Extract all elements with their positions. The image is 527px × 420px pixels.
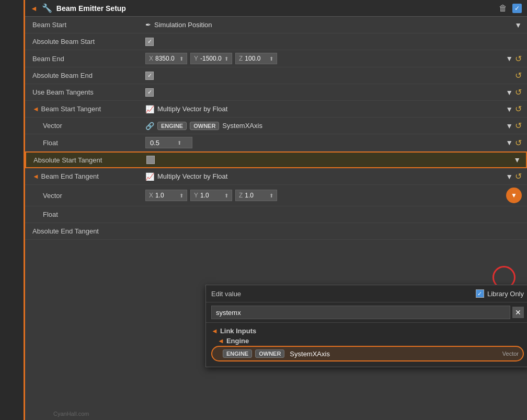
absolute-start-tangent-square [146, 156, 155, 164]
watermark: CyanHall.com [53, 411, 89, 417]
link-inputs-section: ◄ Link Inputs ◄ Engine ENGINE OWNER Syst… [211, 326, 524, 361]
popup-title: Edit value [211, 290, 471, 298]
beam-end-float-row: Float [25, 206, 527, 223]
left-bar [0, 0, 25, 420]
beam-start-tangent-vector-row: Vector 🔗 ENGINE OWNER SystemXAxis ▼ ↺ [25, 118, 527, 134]
dropdown-popup: Edit value ✓ Library Only ✕ ◄ Link Input… [205, 285, 527, 367]
beam-end-reset-icon[interactable]: ↺ [515, 54, 522, 64]
search-input[interactable] [211, 306, 510, 319]
multiply-vector-icon: 📈 [145, 105, 154, 113]
beam-start-value: Simulation Position [154, 21, 212, 29]
clear-button[interactable]: ✕ [512, 307, 524, 318]
beam-end-y-field[interactable]: Y -1500.0 ⬆ [190, 53, 232, 64]
engine-tag: ENGINE [157, 122, 187, 130]
beam-start-tangent-float-label: Float [30, 139, 145, 147]
beam-end-tangent-dropdown-icon[interactable]: ▼ [506, 172, 513, 181]
absolute-beam-start-row: Absolute Beam Start ✓ [25, 33, 527, 50]
library-only-checkbox[interactable]: ✓ [476, 289, 484, 298]
beam-end-x-field[interactable]: X 8350.0 ⬆ [145, 53, 187, 64]
beam-start-tangent-vector-content: 🔗 ENGINE OWNER SystemXAxis [145, 122, 502, 130]
absolute-beam-end-checkbox[interactable]: ✓ [145, 72, 154, 80]
header-icons: 🗑 ✓ [499, 4, 522, 13]
vector-dropdown-highlighted-btn[interactable]: ▼ [506, 188, 522, 203]
beam-end-float-label: Float [30, 211, 145, 218]
delete-icon[interactable]: 🗑 [499, 4, 507, 13]
engine-section-title: ◄ Engine [211, 336, 524, 346]
link-inputs-title: ◄ Link Inputs [211, 326, 524, 336]
beam-start-tangent-label: ◄ Beam Start Tangent [30, 105, 145, 113]
absolute-beam-end-label: Absolute Beam End [30, 72, 145, 79]
beam-start-wrench-icon: ✒ [145, 21, 151, 29]
float-reset-icon[interactable]: ↺ [515, 138, 522, 148]
beam-start-tangent-dropdown-icon[interactable]: ▼ [506, 105, 513, 113]
use-beam-tangents-dropdown-icon[interactable]: ▼ [506, 88, 513, 97]
absolute-end-tangent-row: Absolute End Tangent [25, 223, 527, 240]
absolute-start-tangent-dropdown-icon[interactable]: ▼ [513, 156, 521, 164]
beam-end-vector-x-field[interactable]: X 1.0 ⬆ [145, 190, 187, 201]
absolute-beam-start-label: Absolute Beam Start [30, 38, 145, 45]
beam-end-tangent-label: ◄ Beam End Tangent [30, 172, 145, 180]
result-value: SystemXAxis [290, 350, 330, 358]
absolute-beam-end-reset-icon[interactable]: ↺ [515, 71, 522, 80]
library-only-section: ✓ Library Only [476, 289, 524, 298]
vector-reset-icon[interactable]: ↺ [515, 121, 522, 131]
absolute-start-tangent-row: Absolute Start Tangent ▼ [25, 151, 527, 168]
beam-start-tangent-content: 📈 Multiply Vector by Float [145, 105, 502, 113]
absolute-start-tangent-label: Absolute Start Tangent [31, 156, 146, 164]
beam-end-z-field[interactable]: Z 100.0 ⬆ [235, 53, 277, 64]
beam-end-tangent-row: ◄ Beam End Tangent 📈 Multiply Vector by … [25, 168, 527, 185]
system-x-axis-value: SystemXAxis [222, 122, 262, 130]
beam-start-tangent-value: Multiply Vector by Float [157, 105, 227, 113]
absolute-end-tangent-label: Absolute End Tangent [30, 227, 145, 235]
popup-header: Edit value ✓ Library Only [206, 285, 527, 302]
beam-end-tangent-vector-row: Vector X 1.0 ⬆ Y 1.0 ⬆ Z 1.0 ⬆ [25, 185, 527, 206]
result-owner-tag: OWNER [255, 349, 284, 358]
link-icon: 🔗 [145, 122, 154, 130]
beam-end-label: Beam End [30, 55, 145, 63]
beam-end-tangent-vector-label: Vector [30, 192, 145, 200]
beam-start-dropdown-icon[interactable]: ▼ [514, 21, 522, 29]
owner-tag: OWNER [190, 122, 219, 130]
result-engine-tag: ENGINE [223, 349, 252, 358]
beam-end-tangent-reset-icon[interactable]: ↺ [515, 171, 522, 181]
beam-end-tangent-content: 📈 Multiply Vector by Float [145, 172, 502, 181]
use-beam-tangents-checkbox[interactable]: ✓ [145, 88, 154, 97]
system-x-axis-result-row[interactable]: ENGINE OWNER SystemXAxis Vector [211, 346, 524, 361]
beam-start-tangent-row: ◄ Beam Start Tangent 📈 Multiply Vector b… [25, 101, 527, 118]
beam-end-dropdown-icon[interactable]: ▼ [506, 54, 513, 63]
vector-dropdown-icon[interactable]: ▼ [506, 122, 513, 130]
absolute-beam-start-checkbox[interactable]: ✓ [145, 38, 154, 46]
absolute-start-tangent-content [146, 156, 510, 164]
float-dropdown-icon[interactable]: ▼ [506, 138, 513, 147]
section-icon: 🔧 [42, 3, 52, 13]
section-title: Beam Emitter Setup [56, 4, 495, 13]
use-beam-tangents-label: Use Beam Tangents [30, 88, 145, 96]
beam-end-vector-y-field[interactable]: Y 1.0 ⬆ [190, 190, 232, 201]
beam-start-label: Beam Start [30, 21, 145, 29]
main-container: ◄ 🔧 Beam Emitter Setup 🗑 ✓ Beam Start ✒ … [0, 0, 527, 420]
beam-end-tangent-vector-content: X 1.0 ⬆ Y 1.0 ⬆ Z 1.0 ⬆ [145, 190, 503, 201]
content-area: ◄ 🔧 Beam Emitter Setup 🗑 ✓ Beam Start ✒ … [25, 0, 527, 420]
section-header: ◄ 🔧 Beam Emitter Setup 🗑 ✓ [25, 0, 527, 17]
absolute-beam-end-row: Absolute Beam End ✓ ↺ [25, 67, 527, 84]
beam-end-content: X 8350.0 ⬆ Y -1500.0 ⬆ Z 100.0 ⬆ [145, 53, 502, 64]
absolute-beam-end-content: ✓ [145, 72, 513, 80]
beam-start-tangent-reset-icon[interactable]: ↺ [515, 104, 522, 114]
collapse-arrow-icon[interactable]: ◄ [30, 4, 38, 13]
use-beam-tangents-row: Use Beam Tangents ✓ ▼ ↺ [25, 84, 527, 101]
result-type-label: Vector [502, 351, 519, 357]
float-field[interactable]: 0.5 ⬆ [145, 137, 192, 148]
beam-end-tangent-value: Multiply Vector by Float [157, 172, 227, 180]
popup-list: ◄ Link Inputs ◄ Engine ENGINE OWNER Syst… [206, 323, 527, 367]
beam-start-content: ✒ Simulation Position [145, 21, 511, 29]
library-only-label: Library Only [487, 290, 524, 298]
beam-end-tangent-icon: 📈 [145, 172, 154, 181]
beam-start-tangent-float-row: Float 0.5 ⬆ ▼ ↺ [25, 134, 527, 151]
enable-checkbox[interactable]: ✓ [512, 4, 522, 13]
beam-end-vector-z-field[interactable]: Z 1.0 ⬆ [235, 190, 277, 201]
absolute-beam-start-content: ✓ [145, 38, 522, 46]
search-row: ✕ [206, 302, 527, 323]
use-beam-tangents-content: ✓ [145, 88, 502, 97]
use-beam-tangents-reset-icon[interactable]: ↺ [515, 87, 522, 97]
beam-end-row: Beam End X 8350.0 ⬆ Y -1500.0 ⬆ Z 100.0 … [25, 50, 527, 67]
